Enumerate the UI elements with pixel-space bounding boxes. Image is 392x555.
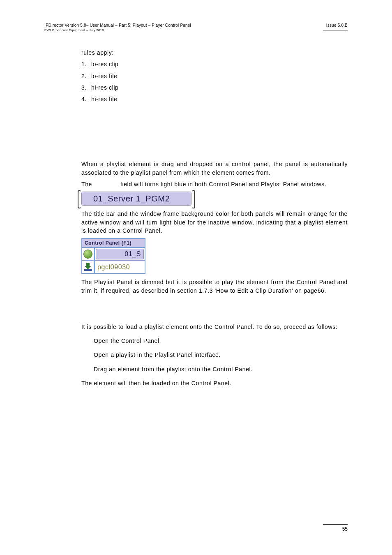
rule-item-1: 1.lo-res clip <box>81 60 348 68</box>
download-icon <box>84 263 92 271</box>
step-1: Open the Control Panel. <box>94 337 348 345</box>
para2-b: field will turns light blue in both Cont… <box>120 181 326 187</box>
paragraph-5: It is possible to load a playlist elemen… <box>81 323 348 331</box>
issue-label: Issue 5.8.B <box>323 23 348 28</box>
header-rule <box>323 30 348 30</box>
content: rules apply: 1.lo-res clip 2.lo-res file… <box>81 49 348 387</box>
bracket-right-icon <box>192 190 195 208</box>
doc-title: IPDirector Version 5.8– User Manual – Pa… <box>44 23 191 28</box>
page: IPDirector Version 5.8– User Manual – Pa… <box>0 0 392 555</box>
panel-row1-text: 01_S <box>96 249 144 259</box>
header-right: Issue 5.8.B <box>323 23 348 30</box>
paragraph-4: The Playlist Panel is dimmed but it is p… <box>81 278 348 295</box>
rule-item-2: 2.lo-res file <box>81 72 348 80</box>
rule-text: lo-res file <box>91 73 117 79</box>
rules-list: 1.lo-res clip 2.lo-res file 3.hi-res cli… <box>81 60 348 103</box>
spacer <box>81 106 348 160</box>
panel-titlebar: Control Panel (F1) <box>82 239 145 247</box>
rule-item-4: 4.hi-res file <box>81 95 348 103</box>
rule-text: hi-res clip <box>91 84 119 91</box>
rule-item-3: 3.hi-res clip <box>81 83 348 92</box>
panel-row-2: pgcl09030 <box>82 260 145 273</box>
page-footer: 55 <box>323 524 348 532</box>
panel-row2-text: pgcl09030 <box>95 262 145 272</box>
header-left: IPDirector Version 5.8– User Manual – Pa… <box>44 23 191 32</box>
paragraph-1: When a playlist element is drag and drop… <box>81 160 348 177</box>
paragraph-6: The element will then be loaded on the C… <box>81 379 348 387</box>
paragraph-3: The title bar and the window frame backg… <box>81 210 348 235</box>
para2-a: The <box>81 181 92 187</box>
bracket-left-icon <box>78 190 81 208</box>
channel-field-text: 01_Server 1_PGM2 <box>82 193 170 205</box>
panel-icon-cell <box>82 261 95 273</box>
channel-field: 01_Server 1_PGM2 <box>81 192 191 206</box>
panel-row-1: 01_S <box>82 247 145 260</box>
spacer <box>81 298 348 323</box>
page-number: 55 <box>323 526 348 532</box>
paragraph-2: The field will turns light blue in both … <box>81 180 348 188</box>
channel-field-illustration: 01_Server 1_PGM2 <box>81 192 348 206</box>
step-3: Drag an element from the playlist onto t… <box>94 365 348 373</box>
steps-list: Open the Control Panel. Open a playlist … <box>81 337 348 373</box>
panel-icon-cell <box>82 248 95 260</box>
page-header: IPDirector Version 5.8– User Manual – Pa… <box>44 23 348 32</box>
rule-text: hi-res file <box>91 96 117 102</box>
step-2: Open a playlist in the Playlist Panel in… <box>94 351 348 359</box>
rule-text: lo-res clip <box>91 61 119 67</box>
rule-num: 3. <box>81 83 91 92</box>
rule-num: 1. <box>81 60 91 68</box>
rules-intro: rules apply: <box>81 49 348 57</box>
globe-icon <box>83 250 92 259</box>
footer-rule <box>323 524 348 525</box>
rule-num: 2. <box>81 72 91 80</box>
doc-subtitle: EVS Broadcast Equipment – July 2010 <box>44 28 191 32</box>
control-panel-illustration: Control Panel (F1) 01_S pgcl09030 <box>81 238 145 274</box>
rule-num: 4. <box>81 95 91 103</box>
